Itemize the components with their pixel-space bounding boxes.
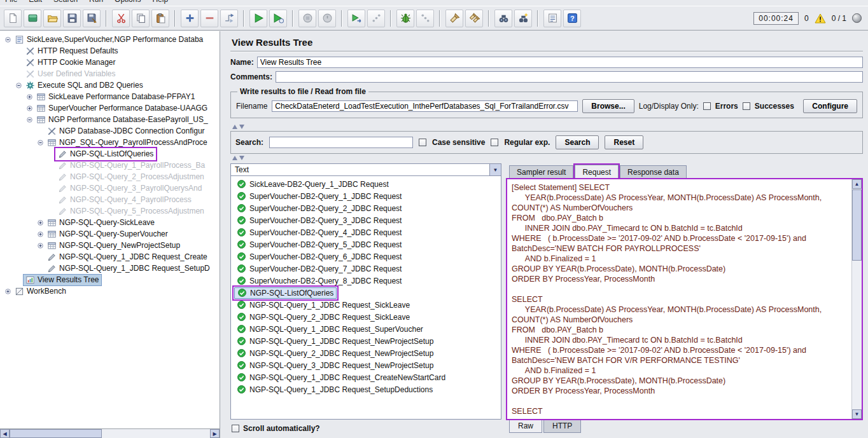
scrollbar-track[interactable] xyxy=(852,189,862,409)
tree-item[interactable]: SuperVoucher Performance Database-UAAGG xyxy=(0,102,220,114)
request-vertical-scrollbar[interactable]: ▲ ▼ xyxy=(851,179,862,419)
scrollbar-thumb[interactable] xyxy=(852,189,862,261)
tree-item[interactable]: WorkBench xyxy=(0,285,220,297)
tree-item[interactable]: NGP Database-JDBC Connection Configur xyxy=(0,125,220,137)
successes-checkbox[interactable] xyxy=(743,102,750,110)
help-button[interactable]: ? xyxy=(563,10,581,27)
tree-item[interactable]: NGP-SQL-Query_3_PayrollQuerysAnd xyxy=(0,182,220,194)
result-item[interactable]: SuperVoucher-DB2-Query_6_JDBC Request xyxy=(231,250,501,263)
tree-item[interactable]: NGP-SQL-ListOfQueries xyxy=(0,148,220,160)
result-item[interactable]: SuperVoucher-DB2-Query_3_JDBC Request xyxy=(231,214,501,226)
tree-toggle-icon[interactable] xyxy=(25,116,34,123)
results-panel-collapse-toggle[interactable] xyxy=(230,154,863,161)
filename-input[interactable] xyxy=(272,100,578,112)
tree-horizontal-scrollbar[interactable]: ◀ ▶ xyxy=(0,428,220,438)
result-item[interactable]: NGP-SQL-Query_1_JDBC Request_CreateNewSt… xyxy=(231,371,501,383)
tree-toggle-icon[interactable] xyxy=(25,93,34,100)
tree-toggle-icon[interactable] xyxy=(36,242,45,249)
debug-button[interactable] xyxy=(396,10,414,27)
tree-item[interactable]: SickLeave Performance Database-PFPAY1 xyxy=(0,91,220,102)
result-item[interactable]: NGP-SQL-Query_1_JDBC Request_SickLeave xyxy=(231,299,501,311)
cut-button[interactable] xyxy=(112,10,130,27)
result-item[interactable]: SuperVoucher-DB2-Query_4_JDBC Request xyxy=(231,226,501,238)
add-button[interactable] xyxy=(181,10,199,27)
result-item[interactable]: NGP-SQL-Query_1_JDBC Request_SuperVouche… xyxy=(231,323,501,335)
search-button[interactable]: Search xyxy=(556,135,599,149)
menu-options[interactable]: Options xyxy=(115,0,141,4)
tree-item[interactable]: View Results Tree xyxy=(0,274,220,285)
tree-toggle-icon[interactable] xyxy=(36,139,45,146)
result-item[interactable]: NGP-SQL-Query_1_JDBC Request_SetupDeduct… xyxy=(231,383,501,395)
tree-item[interactable]: NGP-SQL-Query_4_PayrollProcess xyxy=(0,194,220,205)
result-item[interactable]: SuperVoucher-DB2-Query_1_JDBC Request xyxy=(231,190,501,202)
tree-item[interactable]: NGP Performance Database-EasePayroll_US_ xyxy=(0,114,220,125)
menu-help[interactable]: Help xyxy=(152,0,168,4)
menu-run[interactable]: Run xyxy=(89,0,103,4)
errors-checkbox[interactable] xyxy=(703,102,711,110)
scrollbar-thumb[interactable] xyxy=(10,429,102,438)
tree-item[interactable]: NGP-SQL-Query_NewProjectSetup xyxy=(0,240,220,251)
chevron-down-icon[interactable]: ▼ xyxy=(489,164,501,175)
paste-button[interactable] xyxy=(151,10,169,27)
result-item[interactable]: NGP-SQL-ListOfQueries xyxy=(231,287,501,299)
search-input[interactable] xyxy=(269,137,413,148)
save-button[interactable] xyxy=(63,10,81,27)
tree-toggle-icon[interactable] xyxy=(36,219,45,226)
scroll-left-icon[interactable]: ◀ xyxy=(0,429,10,438)
tab-response-data[interactable]: Response data xyxy=(620,165,687,178)
debug-stop-button[interactable] xyxy=(416,10,434,27)
start-no-pauses-button[interactable] xyxy=(269,10,287,27)
tree-item[interactable]: NGP-SQL-Query_1_JDBC Request_SetupD xyxy=(0,263,220,274)
tree-item[interactable]: NGP-SQL-Query_2_ProcessAdjustmen xyxy=(0,171,220,182)
tree-item[interactable]: User Defined Variables xyxy=(0,68,220,79)
result-item[interactable]: NGP-SQL-Query_1_JDBC Request_NewProjectS… xyxy=(231,335,501,347)
tree-toggle-icon[interactable] xyxy=(3,36,13,43)
view-mode-dropdown[interactable]: Text ▼ xyxy=(230,163,501,176)
remove-button[interactable] xyxy=(200,10,218,27)
copy-button[interactable] xyxy=(132,10,150,27)
result-item[interactable]: SuperVoucher-DB2-Query_2_JDBC Request xyxy=(231,202,501,214)
result-item[interactable]: NGP-SQL-Query_2_JDBC Request_SickLeave xyxy=(231,311,501,323)
result-item[interactable]: SuperVoucher-DB2-Query_5_JDBC Request xyxy=(231,238,501,250)
tree-item[interactable]: Execute SQL and DB2 Queries xyxy=(0,79,220,91)
configure-button[interactable]: Configure xyxy=(803,99,857,113)
scrollbar-track[interactable] xyxy=(10,429,210,438)
tree-item[interactable]: NGP-SQL-Query-SickLeave xyxy=(0,217,220,228)
start-button[interactable] xyxy=(249,10,267,27)
comments-input[interactable] xyxy=(276,71,863,83)
tree-item[interactable]: NGP-SQL-Query_1_JDBC Request_Create xyxy=(0,251,220,263)
tree-item[interactable]: NGP-SQL-Query-SuperVoucher xyxy=(0,228,220,240)
tree-item[interactable]: SickLeave,SuperVoucher,NGP Performance D… xyxy=(0,34,220,45)
open-folder-button[interactable] xyxy=(43,10,61,27)
tab-http[interactable]: HTTP xyxy=(543,420,581,433)
tree-toggle-icon[interactable] xyxy=(25,105,34,112)
clear-button[interactable] xyxy=(445,10,463,27)
result-item[interactable]: SickLeave-DB2-Query_1_JDBC Request xyxy=(231,178,501,190)
case-sensitive-checkbox[interactable] xyxy=(419,139,426,146)
stop-button[interactable] xyxy=(298,10,316,27)
toggle-button[interactable] xyxy=(220,10,238,27)
remote-start-button[interactable] xyxy=(347,10,365,27)
result-item[interactable]: NGP-SQL-Query_3_JDBC Request_NewProjectS… xyxy=(231,359,501,371)
scroll-right-icon[interactable]: ▶ xyxy=(210,429,220,438)
menu-file[interactable]: File xyxy=(5,0,17,4)
tree-toggle-icon[interactable] xyxy=(3,288,13,295)
tree-item[interactable]: NGP-SQL-Query_1_PayrollProcess_Ba xyxy=(0,160,220,171)
tab-sampler-result[interactable]: Sampler result xyxy=(509,165,573,178)
tree-toggle-icon[interactable] xyxy=(14,82,24,89)
tree-toggle-icon[interactable] xyxy=(36,231,45,238)
result-item[interactable]: SuperVoucher-DB2-Query_7_JDBC Request xyxy=(231,263,501,275)
new-file-button[interactable] xyxy=(4,10,22,27)
tree-item[interactable]: HTTP Cookie Manager xyxy=(0,57,220,68)
menu-search[interactable]: Search xyxy=(53,0,78,4)
tree-item[interactable]: NGP-SQL-Query_5_ProcessAdjustmen xyxy=(0,205,220,217)
search-panel-collapse-toggle[interactable] xyxy=(230,123,863,130)
function-helper-button[interactable] xyxy=(543,10,561,27)
tab-request[interactable]: Request xyxy=(575,165,619,178)
reset-button[interactable]: Reset xyxy=(605,135,643,149)
regular-exp-checkbox[interactable] xyxy=(491,139,498,146)
search-reset-button[interactable] xyxy=(514,10,532,27)
scroll-down-icon[interactable]: ▼ xyxy=(852,409,862,419)
scroll-automatically-checkbox[interactable] xyxy=(232,425,239,432)
templates-button[interactable] xyxy=(24,10,41,27)
